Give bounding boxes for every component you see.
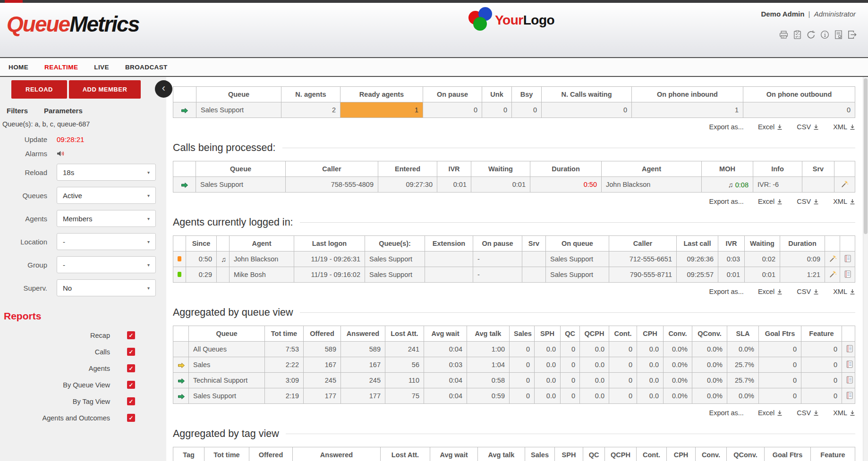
queues-filter-value: Active (63, 192, 82, 200)
refresh-icon[interactable] (807, 30, 816, 39)
col-header-last-call: Last call (677, 236, 718, 251)
add-member-button[interactable]: ADD MEMBER (69, 80, 141, 99)
report-agents-outcomes-checkbox[interactable] (127, 414, 135, 422)
queue-arrow-icon[interactable] (181, 182, 188, 188)
queue-status-table: Queue N. agents Ready agents On pause Un… (173, 86, 855, 118)
export-xml-link[interactable]: XML (833, 288, 855, 295)
col-header-ivr: IVR (437, 161, 471, 177)
export-excel-link[interactable]: Excel (758, 123, 783, 131)
wand-icon[interactable] (829, 255, 837, 262)
scrollbar[interactable] (863, 77, 868, 461)
col-header-duration: Duration (530, 161, 602, 177)
wand-icon[interactable] (841, 180, 849, 188)
cell-tot-time: 2:19 (265, 388, 304, 404)
queues-filter-select[interactable]: Active (57, 187, 156, 204)
group-filter-select[interactable]: - (57, 256, 156, 273)
agents-section-heading: Agents currently logged in: (173, 217, 293, 228)
queue-arrow-icon[interactable] (178, 394, 185, 400)
col-header-sales: Sales (525, 447, 555, 461)
supervisor-filter-value: No (63, 284, 72, 292)
scrollbar-thumb[interactable] (864, 78, 868, 234)
cell-srv (522, 251, 546, 267)
by-tag-table: Tag Tot time Offered Answered Lost Att. … (173, 447, 855, 461)
location-filter-select[interactable]: - (57, 233, 156, 250)
cell-queue-name: All Queues (189, 342, 265, 357)
queue-report-icon[interactable] (846, 360, 853, 368)
cell-duration: 0:09 (780, 251, 825, 267)
queuemetrics-logo: QueueMetrics (7, 11, 139, 37)
cell-goal-ftrs: 0 (759, 342, 801, 357)
cell-on-pause: - (473, 251, 522, 267)
export-csv-link[interactable]: CSV (797, 198, 819, 205)
export-csv-link[interactable]: CSV (797, 288, 819, 295)
col-header-avg-talk: Avg talk (467, 326, 510, 342)
wand-icon[interactable] (829, 270, 837, 278)
supervisor-filter-select[interactable]: No (57, 279, 156, 296)
nav-realtime[interactable]: REALTIME (44, 64, 78, 71)
export-excel-link[interactable]: Excel (758, 198, 783, 205)
speaker-icon[interactable] (57, 151, 65, 157)
export-xml-link[interactable]: XML (833, 123, 855, 131)
cell-tot-time: 7:53 (265, 342, 304, 357)
col-header-sph: SPH (555, 447, 583, 461)
col-header-actions (842, 326, 855, 342)
export-xml-link[interactable]: XML (833, 409, 855, 417)
export-as-label[interactable]: Export as... (709, 409, 744, 417)
cell-srv (802, 177, 834, 193)
queue-arrow-icon[interactable] (178, 378, 185, 384)
report-recap-checkbox[interactable] (127, 331, 135, 339)
nav-home[interactable]: HOME (9, 64, 28, 71)
nav-live[interactable]: LIVE (94, 64, 109, 71)
sidebar-collapse-button[interactable] (155, 80, 172, 98)
download-icon (777, 124, 783, 130)
nav-broadcast[interactable]: BROADCAST (125, 64, 168, 71)
print-icon[interactable] (779, 30, 788, 39)
agent-report-icon[interactable] (844, 270, 851, 278)
queue-report-icon[interactable] (846, 392, 853, 399)
export-xml-link[interactable]: XML (833, 198, 855, 205)
logo-text-your: Your (495, 13, 523, 27)
queue-report-icon[interactable] (846, 345, 853, 352)
export-as-label[interactable]: Export as... (709, 288, 744, 295)
report-agents-checkbox[interactable] (127, 364, 135, 372)
tab-parameters[interactable]: Parameters (44, 107, 83, 115)
report-by-tag-view-checkbox[interactable] (127, 397, 135, 405)
reload-interval-select[interactable]: 18s (57, 164, 156, 181)
calls-section-title: Calls being processed: (173, 142, 855, 154)
queue-report-icon[interactable] (846, 376, 853, 384)
logout-icon[interactable] (848, 30, 857, 39)
cell-ready-agents: 1 (340, 102, 423, 118)
table-row: 0:29 Mike Bosh 11/19 - 09:16:02 Sales Su… (173, 267, 855, 283)
reload-button[interactable]: RELOAD (11, 80, 67, 99)
cell-tot-time: 3:09 (265, 373, 304, 388)
cell-cph: 0.0 (637, 388, 664, 404)
agents-filter-select[interactable]: Members (57, 210, 156, 227)
export-as-label[interactable]: Export as... (709, 198, 744, 205)
export-excel-link[interactable]: Excel (758, 409, 783, 417)
queue-arrow-icon[interactable] (181, 108, 188, 114)
license-icon[interactable] (834, 30, 843, 39)
report-settings-icon[interactable] (793, 30, 802, 39)
cell-last-call: 09:25:57 (677, 267, 718, 283)
col-header-agent: Agent (230, 236, 294, 251)
info-icon[interactable] (820, 30, 829, 39)
export-csv-link[interactable]: CSV (797, 123, 819, 131)
tab-filters[interactable]: Filters (7, 107, 28, 115)
cell-sph: 0.0 (535, 357, 561, 373)
export-as-label[interactable]: Export as... (709, 123, 744, 131)
col-header-on-pause: On pause (423, 87, 482, 102)
queue-arrow-yellow-icon[interactable] (178, 362, 185, 369)
report-calls-checkbox[interactable] (127, 348, 135, 356)
col-header-tot-time: Tot time (265, 326, 304, 342)
user-role: Administrator (814, 10, 856, 18)
export-excel-link[interactable]: Excel (758, 288, 783, 295)
export-bar: Export as... Excel CSV XML (173, 198, 855, 205)
agent-report-icon[interactable] (844, 255, 851, 262)
table-row: Technical Support 3:09 245 245 110 0:04 … (173, 373, 855, 388)
export-csv-link[interactable]: CSV (797, 409, 819, 417)
user-info: Demo Admin | Administrator (761, 10, 856, 18)
main-content: Queue N. agents Ready agents On pause Un… (166, 77, 868, 461)
col-header-waiting: Waiting (745, 236, 780, 251)
cell-tot-time: 2:22 (265, 357, 304, 373)
report-by-queue-view-checkbox[interactable] (127, 381, 135, 389)
